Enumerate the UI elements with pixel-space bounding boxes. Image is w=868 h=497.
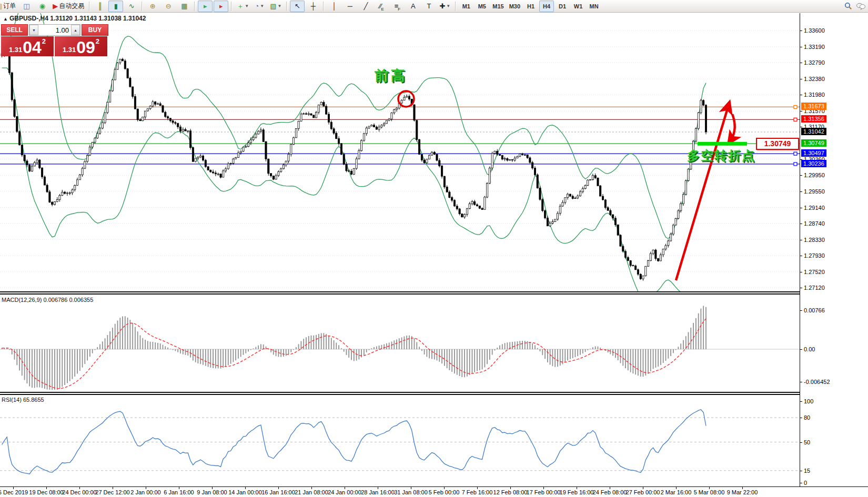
axis-tick bbox=[800, 63, 802, 63]
axis-tick bbox=[800, 288, 802, 288]
auto-trading-icon: ▶ bbox=[53, 3, 58, 9]
axis-tick bbox=[800, 208, 802, 208]
price-tick-label: 1.29550 bbox=[804, 188, 825, 195]
chart-window-button[interactable]: ◫ bbox=[19, 1, 34, 12]
timeframe-D1[interactable]: D1 bbox=[555, 1, 570, 12]
price-tick-label: 1.27520 bbox=[804, 269, 825, 275]
main-chart-canvas[interactable] bbox=[0, 13, 800, 291]
cursor-button[interactable]: ↖ bbox=[290, 1, 305, 12]
toolbar-separator bbox=[231, 2, 232, 11]
chart-shift-icon: ▸ bbox=[219, 3, 223, 9]
volume-up-button[interactable]: ▲ bbox=[71, 25, 80, 35]
symbol-marker-icon: ▲ bbox=[3, 16, 8, 22]
price-tag: 1.31042 bbox=[801, 128, 826, 135]
price-tick-label: 1.31980 bbox=[804, 92, 825, 98]
zoom-out-button[interactable]: ⊖ bbox=[161, 1, 176, 12]
add-indicator-button[interactable]: ＋▼ bbox=[235, 1, 251, 12]
price-tag: 1.30749 bbox=[801, 139, 826, 147]
chart-shift-button[interactable]: ▸ bbox=[214, 1, 228, 12]
rsi-tick-label: 80 bbox=[804, 414, 810, 421]
pivot-label: 多空转折点 bbox=[687, 147, 755, 164]
toolbar-separator bbox=[194, 2, 195, 11]
macd-tick-label: 0.00766 bbox=[804, 307, 825, 313]
volume-down-button[interactable]: ▼ bbox=[29, 25, 38, 35]
sell-price-small: 1.31 bbox=[9, 46, 22, 54]
signals-button[interactable]: ◉ bbox=[35, 1, 49, 12]
horizontal-line-button[interactable]: ─ bbox=[342, 1, 357, 12]
text-button[interactable]: A bbox=[406, 1, 420, 12]
crosshair-button[interactable]: ┼ bbox=[306, 1, 320, 12]
text-label-button[interactable]: T bbox=[421, 1, 436, 12]
new-order-icon: ▤ bbox=[0, 3, 2, 9]
pane-divider[interactable] bbox=[0, 291, 868, 295]
tile-windows-icon: ▦ bbox=[181, 3, 187, 9]
toolbar-separator bbox=[142, 2, 143, 11]
axis-tick bbox=[800, 95, 802, 95]
line-chart-button[interactable]: ∿ bbox=[124, 1, 139, 12]
line-chart-icon: ∿ bbox=[129, 3, 135, 9]
trendline-button[interactable]: ╱ bbox=[358, 1, 373, 12]
macd-pane[interactable] bbox=[0, 295, 800, 392]
time-axis[interactable]: 6 Dec 201919 Dec 08:0024 Dec 00:0027 Dec… bbox=[0, 487, 868, 497]
axis-tick bbox=[800, 175, 802, 176]
sell-price-big: 04 bbox=[23, 40, 42, 55]
search-icon[interactable] bbox=[843, 1, 853, 12]
price-tag: 1.31356 bbox=[801, 115, 826, 123]
zoom-in-button[interactable]: ⊕ bbox=[145, 1, 160, 12]
timeframe-MN[interactable]: MN bbox=[587, 1, 601, 12]
timeframe-H4[interactable]: H4 bbox=[539, 1, 554, 12]
price-tick-label: 1.32380 bbox=[804, 76, 825, 82]
chat-icon[interactable] bbox=[855, 1, 866, 12]
price-axis[interactable]: 1.336001.331901.327901.323801.319801.315… bbox=[800, 13, 868, 486]
symbol-header: ▲GBPUSD-,H4 1.31120 1.31143 1.31038 1.31… bbox=[3, 15, 146, 22]
axis-tick bbox=[800, 31, 802, 31]
periods-button[interactable]: ◔▼ bbox=[252, 1, 267, 12]
new-order-button[interactable]: ▤订单 bbox=[0, 1, 18, 12]
buy-price-panel[interactable]: 1.31 09 2 bbox=[55, 36, 107, 56]
timeframe-H1[interactable]: H1 bbox=[523, 1, 538, 12]
auto-trading-button[interactable]: ▶自动交易 bbox=[51, 1, 86, 12]
timeframe-M15[interactable]: M15 bbox=[490, 1, 506, 12]
arrows-button[interactable]: ✚▼ bbox=[437, 1, 452, 12]
bar-chart-icon: ║ bbox=[98, 3, 103, 9]
buy-button[interactable]: BUY bbox=[82, 24, 108, 36]
chart-window-icon: ◫ bbox=[23, 3, 29, 9]
timeframe-M5[interactable]: M5 bbox=[475, 1, 489, 12]
macd-tick-label: 0.00 bbox=[804, 346, 815, 352]
fibonacci-button[interactable]: ≡F bbox=[390, 1, 405, 12]
timeframe-W1[interactable]: W1 bbox=[571, 1, 586, 12]
zoom-out-icon: ⊖ bbox=[166, 3, 171, 9]
sell-price-panel[interactable]: 1.31 04 2 bbox=[1, 36, 54, 56]
cursor-icon: ↖ bbox=[295, 3, 300, 9]
chevron-down-icon: ▼ bbox=[245, 4, 249, 8]
bar-chart-button[interactable]: ║ bbox=[93, 1, 107, 12]
pane-divider[interactable] bbox=[0, 392, 868, 395]
crosshair-icon: ┼ bbox=[311, 3, 316, 9]
price-tick-label: 1.27930 bbox=[804, 252, 825, 259]
tile-windows-button[interactable]: ▦ bbox=[177, 1, 191, 12]
candlestick-chart-button[interactable]: ▮ bbox=[108, 1, 123, 12]
timeframe-M30[interactable]: M30 bbox=[507, 1, 522, 12]
trendline-icon: ╱ bbox=[364, 3, 368, 9]
arrows-icon: ✚ bbox=[439, 3, 445, 9]
equidistant-channel-button[interactable]: ∕∕E bbox=[374, 1, 389, 12]
auto-scroll-button[interactable]: ▸ bbox=[198, 1, 213, 12]
sell-price-sup: 2 bbox=[42, 37, 46, 45]
axis-tick bbox=[800, 111, 802, 111]
horizontal-line-icon: ─ bbox=[348, 3, 352, 9]
axis-tick bbox=[800, 79, 802, 79]
rsi-pane[interactable] bbox=[0, 395, 800, 486]
toolbar-separator bbox=[286, 2, 287, 11]
vertical-line-button[interactable]: │ bbox=[327, 1, 341, 12]
axis-tick bbox=[800, 272, 802, 272]
zoom-in-icon: ⊕ bbox=[150, 3, 156, 9]
toolbar: ▤订单◫◉▶自动交易║▮∿⊕⊖▦▸▸＋▼◔▼▧▼↖┼│─╱∕∕E≡FAT✚▼M1… bbox=[0, 0, 868, 13]
volume-input[interactable] bbox=[38, 25, 71, 35]
templates-button[interactable]: ▧▼ bbox=[268, 1, 284, 12]
timeframe-M1[interactable]: M1 bbox=[459, 1, 473, 12]
axis-tick bbox=[800, 47, 802, 47]
price-tag: 1.30236 bbox=[801, 160, 826, 167]
chevron-down-icon: ▼ bbox=[260, 4, 264, 8]
axis-tick bbox=[800, 240, 802, 240]
sell-button[interactable]: SELL bbox=[1, 24, 28, 36]
